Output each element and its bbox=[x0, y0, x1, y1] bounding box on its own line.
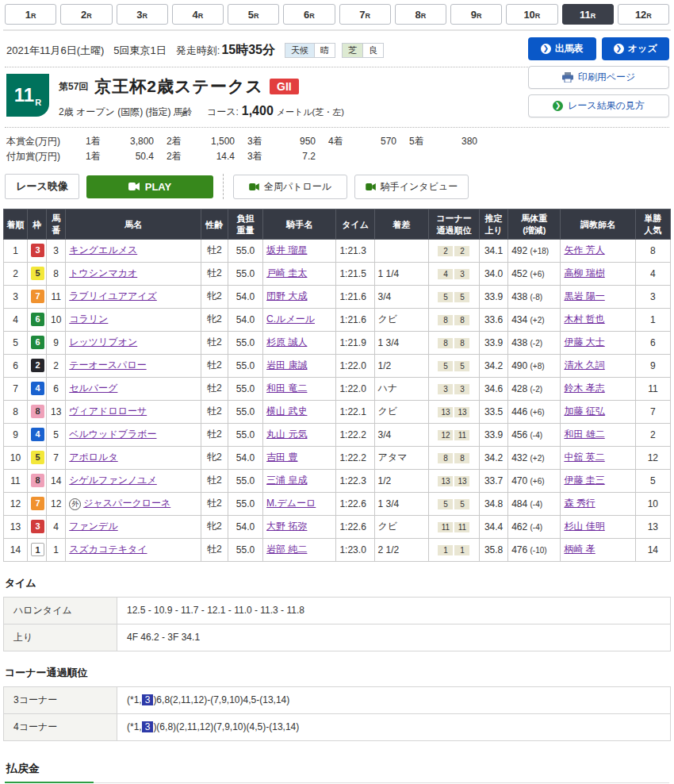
trainer-link[interactable]: 伊藤 大士 bbox=[564, 336, 604, 348]
entry-table-button[interactable]: ❯ 出馬表 bbox=[528, 37, 596, 60]
trainer-link[interactable]: 柄崎 孝 bbox=[564, 544, 595, 555]
horse-link[interactable]: コラリン bbox=[69, 313, 108, 325]
horse-link[interactable]: スズカコテキタイ bbox=[69, 544, 147, 555]
trainer-link[interactable]: 和田 雄二 bbox=[564, 429, 604, 440]
race-tab-6r[interactable]: 6R bbox=[283, 4, 335, 25]
trainer-link[interactable]: 中舘 英二 bbox=[564, 452, 604, 463]
race-tab-4r[interactable]: 4R bbox=[172, 4, 224, 25]
horse-number: 4 bbox=[47, 515, 66, 538]
win-favorite: 8 bbox=[635, 239, 670, 262]
race-tab-11r[interactable]: 11R bbox=[562, 4, 614, 25]
win-favorite: 3 bbox=[635, 285, 670, 308]
jockey-link[interactable]: 団野 大成 bbox=[266, 290, 307, 302]
race-tab-2r[interactable]: 2R bbox=[60, 4, 112, 25]
horse-link[interactable]: シゲルファンノユメ bbox=[69, 475, 157, 486]
horse-link[interactable]: ジャスパークローネ bbox=[83, 498, 170, 509]
jockey-link[interactable]: 戸崎 圭太 bbox=[266, 267, 307, 279]
trainer-link[interactable]: 木村 哲也 bbox=[564, 313, 604, 325]
jockey-link[interactable]: 岩田 康誠 bbox=[266, 359, 307, 371]
trainer-link[interactable]: 鈴木 孝志 bbox=[564, 382, 604, 394]
horse-number: 11 bbox=[47, 285, 66, 308]
horse-number: 6 bbox=[47, 377, 66, 400]
jockey-link[interactable]: 吉田 豊 bbox=[266, 452, 297, 463]
corner-order-cell: 88 bbox=[428, 308, 479, 331]
tab-suffix: R bbox=[477, 12, 482, 20]
horse-link[interactable]: アポロルタ bbox=[69, 452, 117, 463]
result-row: 1411スズカコテキタイ牡255.0岩部 純二1:23.02 1/21135.8… bbox=[4, 538, 671, 561]
prize-place: 1着 bbox=[86, 134, 111, 149]
odds-button[interactable]: ❯ オッズ bbox=[602, 37, 670, 60]
play-button[interactable]: PLAY bbox=[86, 175, 213, 198]
corner-position: 3 bbox=[454, 384, 469, 394]
horse-link[interactable]: ベルウッドブラボー bbox=[69, 429, 156, 440]
race-tab-10r[interactable]: 10R bbox=[506, 4, 557, 25]
finish-position: 4 bbox=[4, 308, 28, 331]
trainer-link[interactable]: 伊藤 圭三 bbox=[564, 475, 604, 486]
jockey-link[interactable]: 大野 拓弥 bbox=[266, 521, 307, 532]
trainer-link[interactable]: 清水 久詞 bbox=[564, 359, 604, 371]
finish-time: 1:22.3 bbox=[336, 469, 374, 492]
race-tab-8r[interactable]: 8R bbox=[395, 4, 446, 25]
race-date: 2021年11月6日(土曜) bbox=[6, 44, 104, 58]
horse-link[interactable]: セルバーグ bbox=[69, 382, 117, 394]
jockey-link[interactable]: 丸山 元気 bbox=[266, 429, 307, 440]
results-guide-button[interactable]: ❯ レース結果の見方 bbox=[528, 94, 669, 117]
horse-link[interactable]: ラブリイユアアイズ bbox=[69, 290, 157, 302]
trainer-link[interactable]: 高柳 瑞樹 bbox=[564, 267, 604, 279]
tab-number: 8 bbox=[416, 9, 421, 21]
horse-link[interactable]: レッツリブオン bbox=[69, 336, 137, 348]
horse-link[interactable]: ファンデル bbox=[69, 521, 117, 532]
horse-link[interactable]: ヴィアドロローサ bbox=[69, 405, 147, 417]
jockey-link[interactable]: 横山 武史 bbox=[266, 405, 307, 417]
corner-order-cell: 88 bbox=[428, 446, 479, 469]
jockey-link[interactable]: 坂井 瑠星 bbox=[266, 244, 307, 256]
race-tab-7r[interactable]: 7R bbox=[339, 4, 391, 25]
carried-weight: 54.0 bbox=[228, 446, 262, 469]
margin-cell: クビ bbox=[374, 308, 428, 331]
jockey-interview-button[interactable]: 騎手インタビュー bbox=[354, 175, 469, 199]
race-tab-1r[interactable]: 1R bbox=[5, 4, 56, 25]
trainer-link[interactable]: 黒岩 陽一 bbox=[564, 290, 604, 302]
frame-number-badge: 5 bbox=[31, 451, 44, 464]
horse-link[interactable]: トウシンマカオ bbox=[69, 267, 137, 279]
jockey-link[interactable]: 岩部 純二 bbox=[266, 544, 307, 555]
finish-time: 1:22.0 bbox=[336, 354, 374, 377]
trainer-cell: 加藤 征弘 bbox=[561, 400, 635, 423]
patrol-video-button[interactable]: 全周パトロール bbox=[233, 175, 347, 199]
horse-link[interactable]: キングエルメス bbox=[69, 244, 137, 256]
corner-position: 4 bbox=[438, 269, 453, 279]
jockey-link[interactable]: 杉原 誠人 bbox=[266, 336, 307, 348]
jockey-link[interactable]: M.デムーロ bbox=[266, 498, 316, 509]
corner-order-cell: 88 bbox=[428, 331, 479, 354]
trainer-link[interactable]: 加藤 征弘 bbox=[564, 405, 604, 417]
finish-time: 1:22.1 bbox=[336, 400, 374, 423]
trainer-link[interactable]: 矢作 芳人 bbox=[564, 244, 604, 256]
horse-link[interactable]: テーオースパロー bbox=[69, 359, 146, 371]
horse-name-cell: トウシンマカオ bbox=[66, 262, 201, 285]
arrow-circle-icon: ❯ bbox=[614, 44, 624, 54]
horse-name-cell: レッツリブオン bbox=[66, 331, 201, 354]
jockey-link[interactable]: C.ルメール bbox=[266, 313, 315, 325]
result-row: 622テーオースパロー牡255.0岩田 康誠1:22.01/25534.2490… bbox=[4, 354, 671, 377]
race-tab-3r[interactable]: 3R bbox=[117, 4, 168, 25]
jockey-link[interactable]: 和田 竜二 bbox=[266, 382, 307, 394]
jockey-cell: 吉田 豊 bbox=[263, 446, 336, 469]
trainer-link[interactable]: 森 秀行 bbox=[564, 498, 595, 509]
trainer-link[interactable]: 杉山 佳明 bbox=[564, 521, 604, 532]
race-tab-5r[interactable]: 5R bbox=[228, 4, 279, 25]
frame-number-badge: 6 bbox=[31, 313, 44, 326]
sex-age: 牡2 bbox=[201, 538, 228, 561]
frame-cell: 6 bbox=[28, 308, 47, 331]
corner-row-value: (*1,3)6,8(2,11,12)-(7,9,10)4,5-(13,14) bbox=[117, 686, 671, 713]
sex-age: 牡2 bbox=[201, 469, 228, 492]
race-tab-9r[interactable]: 9R bbox=[450, 4, 502, 25]
corner-position: 1 bbox=[454, 545, 469, 555]
race-tab-12r[interactable]: 12R bbox=[618, 4, 669, 25]
corner-position: 13 bbox=[438, 476, 453, 486]
corner-position: 5 bbox=[438, 292, 453, 302]
last-3f: 34.1 bbox=[480, 239, 508, 262]
horse-number: 1 bbox=[47, 538, 66, 561]
print-page-button[interactable]: 印刷用ページ bbox=[528, 66, 669, 89]
jockey-link[interactable]: 三浦 皇成 bbox=[266, 475, 307, 486]
last-3f: 33.7 bbox=[480, 469, 508, 492]
